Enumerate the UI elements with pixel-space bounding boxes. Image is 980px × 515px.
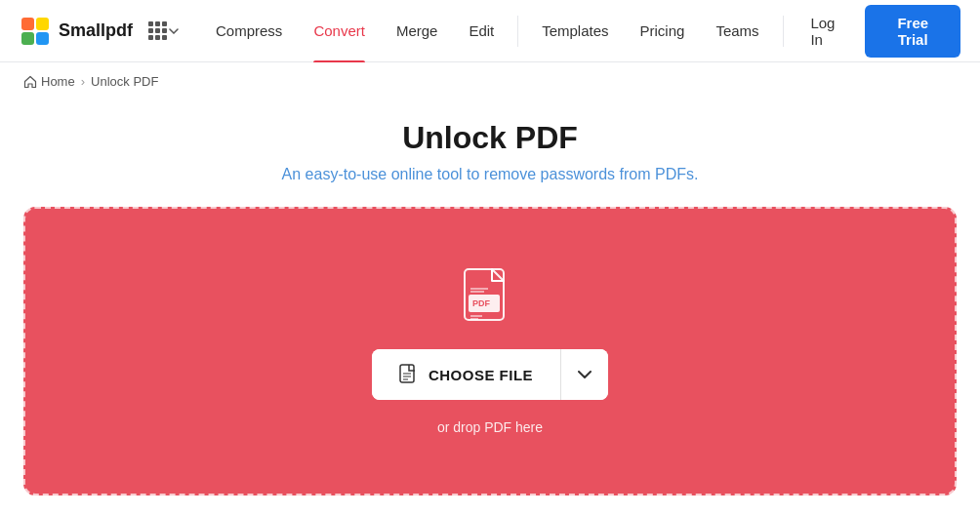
logo[interactable]: Smallpdf [20, 16, 133, 47]
login-link[interactable]: Log In [791, 0, 865, 62]
subtitle-highlight: remove passwords from PDFs. [484, 166, 699, 182]
chevron-down-icon [169, 28, 179, 34]
choose-file-container: CHOOSE FILE [372, 349, 608, 400]
pdf-file-icon: PDF [463, 267, 517, 330]
nav-links-left: Compress Convert Merge Edit [200, 0, 510, 62]
choose-file-dropdown-button[interactable] [561, 349, 608, 400]
logo-text: Smallpdf [59, 20, 133, 41]
free-trial-button[interactable]: Free Trial [865, 5, 960, 58]
nav-pricing[interactable]: Pricing [625, 0, 701, 62]
logo-icon [20, 16, 51, 47]
breadcrumb-current: Unlock PDF [91, 74, 158, 89]
svg-rect-4 [36, 32, 49, 45]
apps-grid-button[interactable] [143, 18, 184, 44]
home-icon [23, 75, 37, 89]
choose-file-button[interactable]: CHOOSE FILE [372, 349, 560, 400]
nav-teams[interactable]: Teams [700, 0, 774, 62]
svg-text:PDF: PDF [472, 298, 491, 308]
breadcrumb: Home › Unlock PDF [0, 62, 980, 100]
file-icon [399, 364, 419, 385]
drop-zone[interactable]: PDF CHOOSE FILE [23, 207, 957, 495]
nav-edit[interactable]: Edit [453, 0, 510, 62]
page-subtitle: An easy-to-use online tool to remove pas… [282, 166, 699, 183]
subtitle-plain: An easy-to-use online tool to [282, 166, 484, 182]
page-title: Unlock PDF [402, 120, 578, 156]
navbar: Smallpdf Compress Convert Merge Edit Tem… [0, 0, 980, 62]
dropdown-chevron-icon [578, 371, 592, 378]
grid-icon [148, 21, 167, 40]
nav-divider [517, 16, 518, 47]
nav-divider-2 [783, 16, 784, 47]
breadcrumb-home-link[interactable]: Home [23, 74, 75, 89]
svg-rect-3 [21, 32, 34, 45]
nav-compress[interactable]: Compress [200, 0, 298, 62]
nav-merge[interactable]: Merge [381, 0, 454, 62]
nav-convert[interactable]: Convert [298, 0, 381, 62]
breadcrumb-separator: › [81, 74, 85, 89]
svg-rect-1 [21, 18, 34, 30]
nav-templates[interactable]: Templates [526, 0, 624, 62]
drop-hint: or drop PDF here [437, 419, 543, 435]
main-content: Unlock PDF An easy-to-use online tool to… [0, 100, 980, 495]
nav-links-right: Templates Pricing Teams [526, 0, 774, 62]
choose-file-label: CHOOSE FILE [429, 367, 533, 383]
svg-rect-2 [36, 18, 49, 30]
